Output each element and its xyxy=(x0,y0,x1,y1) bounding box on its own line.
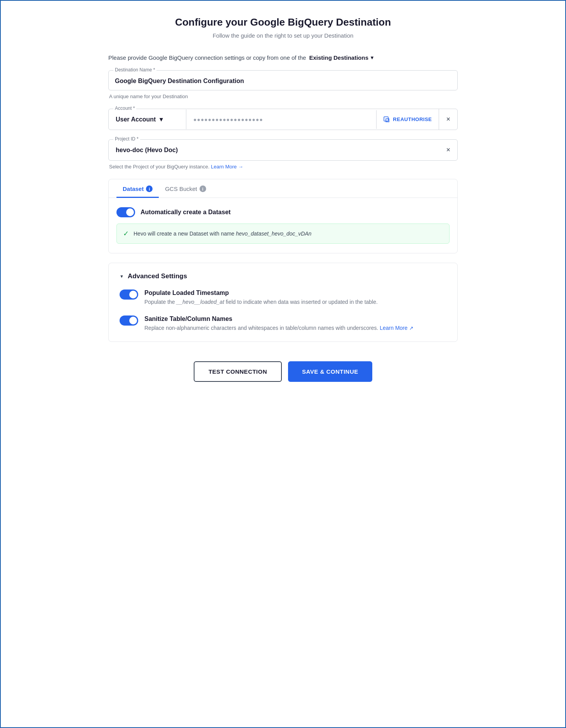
tab-gcs-label: GCS Bucket xyxy=(165,185,197,192)
sanitize-names-row: Sanitize Table/Column Names Replace non-… xyxy=(120,315,446,332)
sanitize-names-toggle[interactable] xyxy=(120,315,138,326)
project-id-hint: Select the Project of your BigQuery inst… xyxy=(108,164,458,170)
populate-timestamp-title: Populate Loaded Timestamp xyxy=(144,289,446,296)
sanitize-names-desc: Replace non-alphanumeric characters and … xyxy=(144,324,446,332)
save-continue-button[interactable]: SAVE & CONTINUE xyxy=(288,361,372,382)
existing-dest-label: Existing Destinations xyxy=(309,54,368,61)
tabs-content: Automatically create a Dataset ✓ Hevo wi… xyxy=(109,198,457,253)
external-link-icon: ↗ xyxy=(409,325,413,331)
advanced-settings-header[interactable]: ▼ Advanced Settings xyxy=(120,272,446,280)
tab-gcs-bucket[interactable]: GCS Bucket i xyxy=(159,179,212,198)
destination-name-label: Destination Name * xyxy=(113,67,156,73)
sanitize-names-title: Sanitize Table/Column Names xyxy=(144,315,446,322)
existing-dest-prefix: Please provide Google BigQuery connectio… xyxy=(108,54,306,61)
page-subtitle: Follow the guide on the right to set up … xyxy=(108,32,458,39)
account-email: ●●●●●●●●●●●●●●●●●●● xyxy=(186,110,376,129)
auto-create-dataset-toggle[interactable] xyxy=(116,207,135,217)
footer-buttons: TEST CONNECTION SAVE & CONTINUE xyxy=(108,357,458,382)
auto-create-dataset-row: Automatically create a Dataset xyxy=(116,207,450,217)
test-connection-button[interactable]: TEST CONNECTION xyxy=(194,361,282,382)
populate-timestamp-desc: Populate the __hevo__loaded_at field to … xyxy=(144,298,446,306)
existing-destinations-row: Please provide Google BigQuery connectio… xyxy=(108,54,458,61)
dataset-info-icon[interactable]: i xyxy=(146,185,153,192)
account-label: Account * xyxy=(113,106,136,111)
sanitize-names-text: Sanitize Table/Column Names Replace non-… xyxy=(144,315,446,332)
project-id-label: Project ID * xyxy=(113,136,140,142)
project-id-field: Project ID * hevo-doc (Hevo Doc) × xyxy=(108,139,458,161)
dataset-info-text: Hevo will create a new Dataset with name… xyxy=(134,231,311,237)
destination-name-field: Destination Name * xyxy=(108,70,458,90)
project-id-clear-button[interactable]: × xyxy=(439,140,457,160)
dataset-info-box: ✓ Hevo will create a new Dataset with na… xyxy=(116,224,450,244)
reauth-label: REAUTHORISE xyxy=(393,116,432,122)
account-selected-value: User Account xyxy=(116,116,156,123)
populate-timestamp-text: Populate Loaded Timestamp Populate the _… xyxy=(144,289,446,306)
destination-name-hint: A unique name for your Destination xyxy=(108,94,458,99)
learn-more-project-link[interactable]: Learn More → xyxy=(211,164,243,170)
chevron-down-icon: ▾ xyxy=(371,55,373,61)
tab-dataset-label: Dataset xyxy=(123,185,144,192)
check-icon: ✓ xyxy=(123,229,129,238)
sanitize-learn-more-link[interactable]: Learn More ↗ xyxy=(380,325,413,331)
populate-timestamp-row: Populate Loaded Timestamp Populate the _… xyxy=(120,289,446,306)
auto-create-dataset-label: Automatically create a Dataset xyxy=(141,209,231,216)
gcs-info-icon[interactable]: i xyxy=(200,185,206,192)
account-select[interactable]: User Account ▾ xyxy=(109,109,186,129)
tabs-container: Dataset i GCS Bucket i Automatically cre… xyxy=(108,179,458,253)
reauth-icon xyxy=(384,116,390,123)
destination-name-input[interactable] xyxy=(109,71,457,90)
reauthorise-button[interactable]: REAUTHORISE xyxy=(376,110,439,129)
account-field: Account * User Account ▾ ●●●●●●●●●●●●●●●… xyxy=(108,109,458,130)
advanced-settings-title: Advanced Settings xyxy=(128,272,187,280)
account-chevron-icon: ▾ xyxy=(160,116,163,123)
advanced-settings-section: ▼ Advanced Settings Populate Loaded Time… xyxy=(108,263,458,342)
project-id-value: hevo-doc (Hevo Doc) xyxy=(109,140,439,160)
collapse-icon: ▼ xyxy=(120,274,124,279)
existing-destinations-button[interactable]: Existing Destinations ▾ xyxy=(309,54,373,61)
tab-dataset[interactable]: Dataset i xyxy=(116,179,159,198)
populate-timestamp-toggle[interactable] xyxy=(120,289,138,300)
page-title: Configure your Google BigQuery Destinati… xyxy=(108,16,458,28)
tabs-header: Dataset i GCS Bucket i xyxy=(109,179,457,198)
account-clear-button[interactable]: × xyxy=(439,109,457,130)
